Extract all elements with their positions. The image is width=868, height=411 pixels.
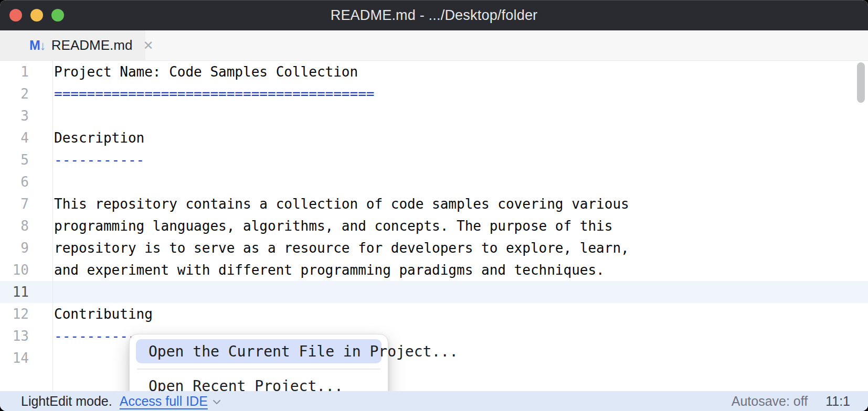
autosave-status: Autosave: off	[732, 394, 808, 409]
menu-item-open-current-file-in-project[interactable]: Open the Current File in Project...	[136, 339, 382, 363]
menu-separator	[137, 369, 380, 370]
line-number: 14	[0, 347, 29, 369]
editor-line: 6	[0, 171, 868, 193]
line-number: 11	[0, 281, 29, 303]
line-number: 8	[0, 215, 29, 237]
menu-item-label: Open the Current File in Project...	[149, 343, 458, 360]
app-window: README.md - .../Desktop/folder M↓ README…	[0, 0, 868, 411]
editor-line: 7 This repository contains a collection …	[0, 193, 868, 215]
line-number: 9	[0, 237, 29, 259]
line-text[interactable]: =======================================	[29, 83, 374, 105]
chevron-down-icon	[213, 399, 221, 405]
line-number: 13	[0, 325, 29, 347]
status-left: LightEdit mode. Access full IDE	[21, 394, 221, 409]
editor-line: 9 repository is to serve as a resource f…	[0, 237, 868, 259]
line-number: 1	[0, 61, 29, 83]
context-menu: Open the Current File in Project... Open…	[129, 334, 388, 391]
editor-line: 3	[0, 105, 868, 127]
line-text[interactable]	[29, 171, 54, 193]
line-number: 7	[0, 193, 29, 215]
line-text[interactable]: Description	[29, 127, 144, 149]
lightedit-mode-label: LightEdit mode.	[21, 394, 112, 409]
markdown-file-icon: M↓	[29, 38, 46, 53]
line-text[interactable]	[29, 281, 54, 303]
line-text[interactable]	[29, 105, 54, 127]
editor-line: 11	[0, 281, 868, 303]
editor-line: 10 and experiment with different program…	[0, 259, 868, 281]
line-text[interactable]	[29, 347, 54, 369]
editor-line: 4 Description	[0, 127, 868, 149]
editor-line: 12 Contributing	[0, 303, 868, 325]
line-number: 5	[0, 149, 29, 171]
line-text[interactable]: -----------	[29, 149, 144, 171]
tab-label: README.md	[51, 37, 133, 53]
access-full-ide-link[interactable]: Access full IDE	[120, 394, 221, 409]
title-bar: README.md - .../Desktop/folder	[0, 0, 868, 30]
editor[interactable]: 1 Project Name: Code Samples Collection …	[0, 61, 868, 391]
menu-item-label: Open Recent Project...	[149, 377, 343, 391]
editor-line: 8 programming languages, algorithms, and…	[0, 215, 868, 237]
line-number: 2	[0, 83, 29, 105]
window-title: README.md - .../Desktop/folder	[0, 0, 868, 30]
tab-readme[interactable]: M↓ README.md ✕	[0, 30, 145, 60]
line-number: 6	[0, 171, 29, 193]
vertical-scrollbar-thumb[interactable]	[857, 62, 865, 103]
menu-item-open-recent-project[interactable]: Open Recent Project...	[136, 374, 382, 392]
status-bar: LightEdit mode. Access full IDE Autosave…	[0, 391, 868, 411]
line-text[interactable]: Project Name: Code Samples Collection	[29, 61, 358, 83]
line-number: 4	[0, 127, 29, 149]
line-text[interactable]: repository is to serve as a resource for…	[29, 237, 629, 259]
editor-line: 2 ======================================…	[0, 83, 868, 105]
line-text[interactable]: programming languages, algorithms, and c…	[29, 215, 612, 237]
tab-bar: M↓ README.md ✕	[0, 30, 868, 61]
editor-lines: 1 Project Name: Code Samples Collection …	[0, 61, 868, 369]
line-number: 3	[0, 105, 29, 127]
line-text[interactable]: and experiment with different programmin…	[29, 259, 605, 281]
line-text[interactable]: This repository contains a collection of…	[29, 193, 629, 215]
line-number: 12	[0, 303, 29, 325]
line-number: 10	[0, 259, 29, 281]
editor-line: 1 Project Name: Code Samples Collection	[0, 61, 868, 83]
editor-line: 5 -----------	[0, 149, 868, 171]
tab-close-icon[interactable]: ✕	[143, 39, 153, 52]
caret-position[interactable]: 11:1	[825, 394, 850, 409]
status-right: Autosave: off 11:1	[732, 394, 850, 409]
gutter-separator	[52, 61, 53, 391]
line-text[interactable]: Contributing	[29, 303, 153, 325]
